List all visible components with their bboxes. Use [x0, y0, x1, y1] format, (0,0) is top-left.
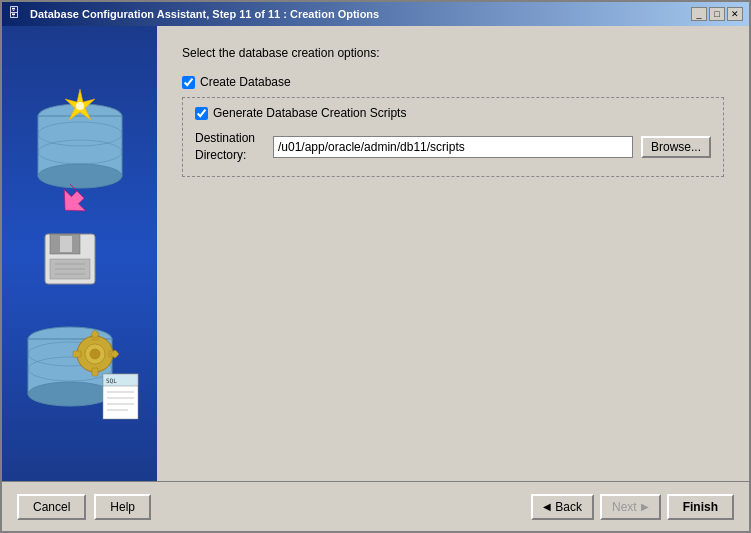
bottom-right-buttons: ◀ Back Next ▶ Finish [531, 494, 734, 520]
window-controls: _ □ ✕ [691, 7, 743, 21]
destination-input[interactable] [273, 136, 633, 158]
back-arrow-icon: ◀ [543, 501, 551, 512]
right-panel: Select the database creation options: Cr… [157, 26, 749, 481]
back-button[interactable]: ◀ Back [531, 494, 594, 520]
main-window: 🗄 Database Configuration Assistant, Step… [0, 0, 751, 533]
browse-button[interactable]: Browse... [641, 136, 711, 158]
next-button[interactable]: Next ▶ [600, 494, 661, 520]
create-db-row: Create Database [182, 75, 724, 89]
maximize-button[interactable]: □ [709, 7, 725, 21]
window-title: Database Configuration Assistant, Step 1… [30, 8, 379, 20]
svg-point-17 [28, 382, 112, 406]
minimize-button[interactable]: _ [691, 7, 707, 21]
content-area: SQL Select the database creation options… [2, 26, 749, 481]
next-arrow-icon: ▶ [641, 501, 649, 512]
svg-point-6 [76, 102, 84, 110]
illustration-svg: SQL [15, 84, 145, 424]
next-label: Next [612, 500, 637, 514]
back-label: Back [555, 500, 582, 514]
svg-marker-7 [54, 184, 91, 221]
bottom-left-buttons: Cancel Help [17, 494, 151, 520]
destination-row: DestinationDirectory: Browse... [195, 130, 711, 164]
title-bar: 🗄 Database Configuration Assistant, Step… [2, 2, 749, 26]
create-db-label: Create Database [200, 75, 291, 89]
svg-rect-24 [92, 368, 98, 376]
generate-scripts-label: Generate Database Creation Scripts [213, 106, 406, 120]
close-button[interactable]: ✕ [727, 7, 743, 21]
svg-rect-25 [73, 351, 81, 357]
destination-label: DestinationDirectory: [195, 130, 265, 164]
finish-button[interactable]: Finish [667, 494, 734, 520]
illustration-panel: SQL [2, 26, 157, 481]
svg-text:SQL: SQL [106, 377, 117, 384]
title-bar-left: 🗄 Database Configuration Assistant, Step… [8, 6, 379, 22]
svg-point-2 [38, 164, 122, 188]
cancel-button[interactable]: Cancel [17, 494, 86, 520]
svg-rect-10 [60, 236, 72, 252]
create-db-checkbox[interactable] [182, 76, 195, 89]
app-icon: 🗄 [8, 6, 24, 22]
generate-scripts-group: Generate Database Creation Scripts Desti… [182, 97, 724, 177]
generate-scripts-row: Generate Database Creation Scripts [195, 106, 711, 120]
generate-scripts-checkbox[interactable] [195, 107, 208, 120]
svg-point-22 [90, 349, 100, 359]
bottom-bar: Cancel Help ◀ Back Next ▶ Finish [2, 481, 749, 531]
help-button[interactable]: Help [94, 494, 151, 520]
instruction-text: Select the database creation options: [182, 46, 724, 60]
